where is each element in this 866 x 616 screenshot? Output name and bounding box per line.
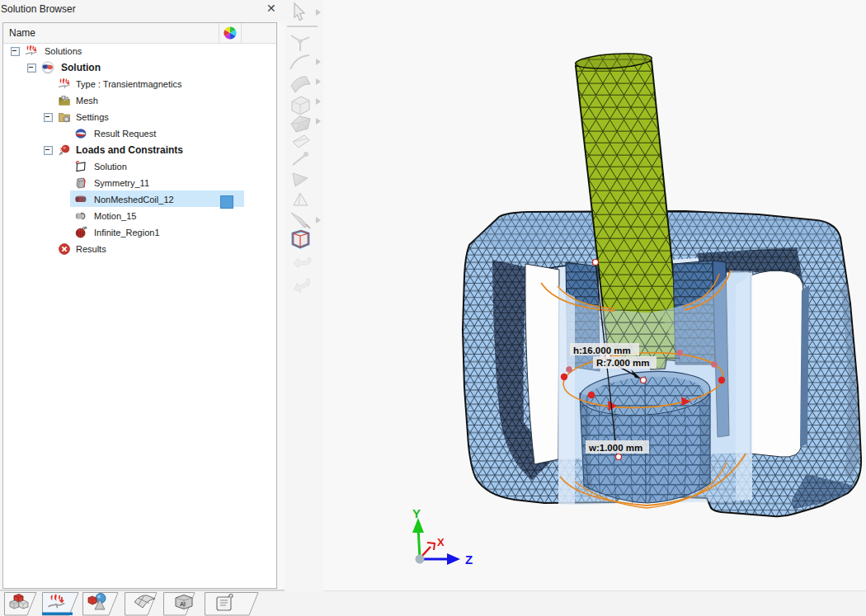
- svg-text:Z: Z: [465, 553, 473, 567]
- svg-text:w:1.000 mm: w:1.000 mm: [588, 443, 642, 453]
- svg-text:X: X: [437, 536, 445, 548]
- svg-text:Y: Y: [412, 506, 421, 520]
- svg-text:h:16.000 mm: h:16.000 mm: [573, 346, 631, 355]
- svg-text:R:7.000 mm: R:7.000 mm: [596, 358, 650, 368]
- svg-text:AI: AI: [180, 601, 186, 607]
